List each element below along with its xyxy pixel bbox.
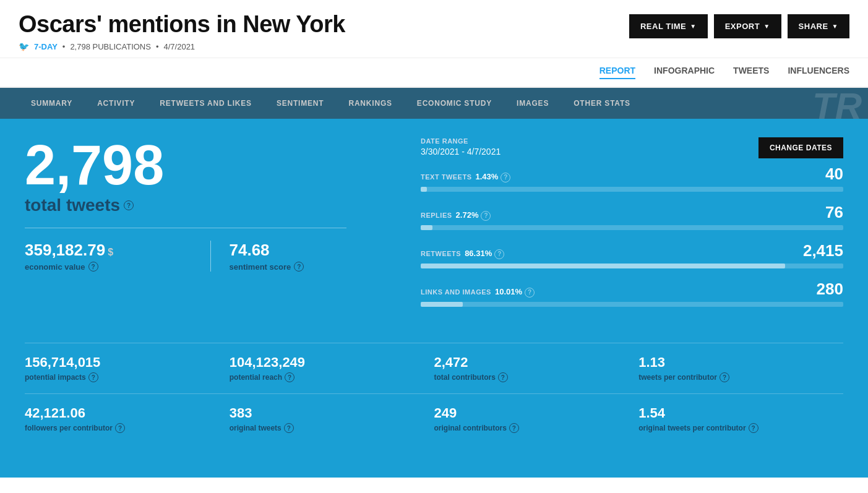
brand-logo: TR (812, 88, 862, 119)
tab-influencers[interactable]: INFLUENCERS (788, 66, 849, 79)
chevron-down-icon3: ▼ (832, 23, 838, 30)
tweet-type-help-icon-1[interactable]: ? (481, 211, 491, 221)
bottom-row-2-value-0: 42,121.06 (25, 405, 230, 421)
bottom-row-1-help-3[interactable]: ? (720, 372, 729, 382)
tab-report[interactable]: REPORT (599, 66, 635, 79)
bottom-row-1-label-0: potential impacts? (25, 372, 230, 382)
sentiment-score-label: sentiment score ? (230, 262, 384, 272)
tweet-type-help-icon-0[interactable]: ? (501, 173, 510, 182)
tweet-type-label-2: RETWEETS (421, 250, 461, 257)
tweet-type-label-0: TEXT TWEETS (421, 173, 472, 181)
page-header: Oscars' mentions in New York 🐦 7-DAY • 2… (0, 0, 868, 58)
tweet-type-bars: TEXT TWEETS1.43%?40REPLIES2.72%?76RETWEE… (421, 165, 843, 307)
tab-infographic[interactable]: INFOGRAPHIC (654, 66, 715, 79)
sentiment-score-block: 74.68 sentiment score ? (230, 241, 397, 272)
total-tweets-label: total tweets ? (25, 195, 396, 215)
tweet-type-pct-0: 1.43% (476, 172, 499, 181)
bottom-row-1-stat-0: 156,714,015potential impacts? (25, 354, 230, 382)
stats-divider (210, 241, 211, 272)
bar-fill-0 (421, 187, 427, 192)
bottom-row-2-stat-0: 42,121.06followers per contributor? (25, 405, 230, 433)
right-panel: DATE RANGE 3/30/2021 - 4/7/2021 CHANGE D… (421, 137, 843, 318)
chevron-down-icon2: ▼ (763, 23, 770, 30)
tweet-type-label-1: REPLIES (421, 212, 452, 219)
economic-value-block: 359,182.79 $ economic value ? (25, 241, 192, 272)
bottom-row-2-stat-2: 249original contributors? (434, 405, 639, 433)
bottom-row-1-value-3: 1.13 (638, 354, 843, 371)
tweet-type-0: TEXT TWEETS1.43%?40 (421, 165, 843, 192)
top-section: 2,798 total tweets ? 359,182.79 $ econom… (25, 137, 843, 318)
real-time-label: REAL TIME (640, 22, 686, 31)
tweet-type-count-2: 2,415 (803, 241, 843, 260)
tweet-type-1: REPLIES2.72%?76 (421, 203, 843, 230)
bottom-row-2-label-1: original tweets? (230, 423, 434, 433)
bar-track-2 (421, 264, 843, 268)
bottom-row-1-stat-3: 1.13tweets per contributor? (638, 354, 843, 382)
change-dates-button[interactable]: CHANGE DATES (758, 137, 843, 158)
tweet-type-2: RETWEETS86.31%?2,415 (421, 241, 843, 268)
subnav-retweets[interactable]: RETWEETS AND LIKES (147, 88, 264, 119)
bottom-row-1-help-0[interactable]: ? (88, 372, 98, 382)
bottom-row-1-help-2[interactable]: ? (498, 372, 508, 382)
bottom-row-1-help-1[interactable]: ? (285, 372, 294, 382)
sentiment-score-value: 74.68 (230, 241, 384, 260)
period-link[interactable]: 7-DAY (34, 42, 58, 51)
economic-value: 359,182.79 $ (25, 241, 179, 260)
tweet-type-pct-1: 2.72% (456, 210, 479, 220)
subnav-summary[interactable]: SUMMARY (19, 88, 85, 119)
export-button[interactable]: EXPORT ▼ (714, 14, 781, 38)
bottom-row-1-label-3: tweets per contributor? (638, 372, 843, 382)
subnav-activity[interactable]: ACTIVITY (85, 88, 147, 119)
tweet-type-header-3: LINKS AND IMAGES10.01%?280 (421, 280, 843, 299)
tweet-type-help-icon-2[interactable]: ? (494, 249, 504, 259)
bottom-row-2-help-1[interactable]: ? (284, 423, 294, 433)
date-range-value: 3/30/2021 - 4/7/2021 (421, 147, 501, 156)
tweet-type-count-3: 280 (817, 280, 843, 299)
date-range-label: DATE RANGE (421, 137, 501, 145)
sentiment-help-icon[interactable]: ? (294, 262, 304, 272)
subnav-sentiment[interactable]: SENTIMENT (264, 88, 337, 119)
bottom-row-1-label-2: total contributors? (434, 372, 639, 382)
currency-symbol: $ (108, 247, 113, 258)
tweet-type-label-3: LINKS AND IMAGES (421, 288, 491, 296)
tweet-type-header-2: RETWEETS86.31%?2,415 (421, 241, 843, 260)
real-time-button[interactable]: REAL TIME ▼ (629, 14, 708, 38)
header-meta: 🐦 7-DAY • 2,798 PUBLICATIONS • 4/7/2021 (19, 41, 345, 51)
bottom-row-2-value-1: 383 (230, 405, 434, 421)
tweet-type-count-1: 76 (825, 203, 843, 222)
tweet-type-help-icon-3[interactable]: ? (525, 288, 535, 298)
tab-tweets[interactable]: TWEETS (733, 66, 769, 79)
bottom-section: 156,714,015potential impacts?104,123,249… (25, 343, 843, 444)
meta-dot: • (62, 42, 66, 51)
economic-help-icon[interactable]: ? (88, 262, 98, 272)
economic-value-label: economic value ? (25, 262, 179, 272)
tweet-type-label-wrap-0: TEXT TWEETS1.43%? (421, 171, 510, 182)
tweet-type-count-0: 40 (825, 165, 843, 184)
header-left: Oscars' mentions in New York 🐦 7-DAY • 2… (19, 11, 345, 51)
twitter-icon: 🐦 (19, 41, 29, 51)
bottom-row-2-label-0: followers per contributor? (25, 423, 230, 433)
bottom-row-2-help-3[interactable]: ? (749, 423, 758, 433)
subnav-other[interactable]: OTHER STATS (561, 88, 643, 119)
subnav-economic[interactable]: ECONOMIC STUDY (405, 88, 504, 119)
date-range-info: DATE RANGE 3/30/2021 - 4/7/2021 (421, 137, 501, 156)
bottom-row-2: 42,121.06followers per contributor?383or… (25, 393, 843, 444)
total-tweets-help-icon[interactable]: ? (124, 200, 134, 210)
header-buttons: REAL TIME ▼ EXPORT ▼ SHARE ▼ (629, 14, 849, 38)
tweet-type-3: LINKS AND IMAGES10.01%?280 (421, 280, 843, 307)
chevron-down-icon: ▼ (690, 23, 696, 30)
bottom-row-2-help-2[interactable]: ? (509, 423, 519, 433)
subnav-images[interactable]: IMAGES (504, 88, 561, 119)
tweet-type-label-wrap-2: RETWEETS86.31%? (421, 247, 504, 259)
tweet-type-label-wrap-3: LINKS AND IMAGES10.01%? (421, 286, 535, 298)
bar-fill-2 (421, 264, 785, 268)
bottom-row-2-value-3: 1.54 (638, 405, 843, 421)
tweet-type-pct-2: 86.31% (465, 249, 492, 258)
tweet-type-label-wrap-1: REPLIES2.72%? (421, 209, 491, 221)
subnav-rankings[interactable]: RANKINGS (336, 88, 404, 119)
bar-track-1 (421, 225, 843, 230)
bar-track-3 (421, 302, 843, 307)
bottom-row-2-help-0[interactable]: ? (115, 423, 125, 433)
share-button[interactable]: SHARE ▼ (788, 14, 849, 38)
bottom-row-1-value-0: 156,714,015 (25, 354, 230, 371)
